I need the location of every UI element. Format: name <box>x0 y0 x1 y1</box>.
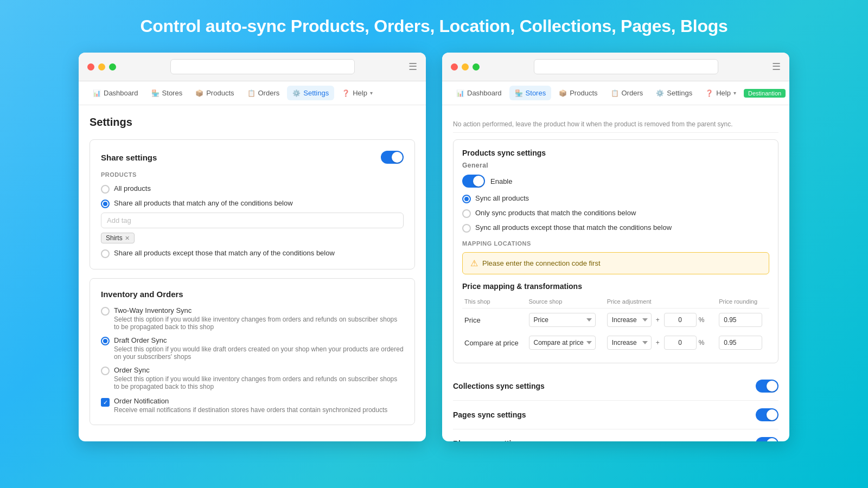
nav-label-stores-left: Stores <box>162 89 183 97</box>
compare-this-shop: Compare at price <box>462 331 527 354</box>
nav-label-orders-right: Orders <box>622 89 643 97</box>
two-way-sync-item[interactable]: Two-Way Inventory Sync Select this optio… <box>101 306 404 331</box>
order-notification-checkbox <box>101 398 110 407</box>
compare-rounding-input[interactable] <box>719 336 762 350</box>
col-this-shop: This shop <box>462 295 527 309</box>
settings-title: Settings <box>90 116 415 129</box>
tl-green-right[interactable] <box>473 63 480 70</box>
sync-all-products-item[interactable]: Sync all products <box>462 194 769 203</box>
inventory-radio-group: Two-Way Inventory Sync Select this optio… <box>101 306 404 390</box>
price-this-shop: Price <box>462 309 527 332</box>
blogs-sync-toggle[interactable] <box>756 437 778 441</box>
radio-all-products-label: All products <box>114 184 151 192</box>
compare-adjustment-value[interactable] <box>664 336 697 350</box>
sync-match-products-label: Only sync products that match the condit… <box>475 209 636 217</box>
help-icon-right: ❓ <box>705 89 713 97</box>
order-sync-item[interactable]: Order Sync Select this option if you wou… <box>101 366 404 390</box>
price-adjustment-value[interactable] <box>664 313 697 327</box>
products-icon-left: 📦 <box>195 89 203 97</box>
nav-item-dashboard-right[interactable]: 📊 Dashboard <box>451 86 507 100</box>
order-notification-text-wrap: Order Notification Receive email notific… <box>114 397 387 414</box>
left-nav-bar: 📊 Dashboard 🏪 Stores 📦 Products 📋 Orders… <box>79 81 426 105</box>
radio-match-products-label: Share all products that match any of the… <box>114 199 293 207</box>
pages-sync-row: Pages sync settings <box>453 401 778 429</box>
address-bar-left <box>170 59 355 74</box>
draft-order-sync-text-wrap: Draft Order Sync Select this option if y… <box>114 336 404 361</box>
tags-container: Shirts ✕ <box>101 233 404 243</box>
nav-item-settings-right[interactable]: ⚙️ Settings <box>650 86 698 100</box>
sync-all-products-circle <box>462 195 471 203</box>
collections-sync-row: Collections sync settings <box>453 372 778 401</box>
pages-sync-toggle[interactable] <box>756 408 778 421</box>
stores-icon-left: 🏪 <box>151 89 159 97</box>
tl-yellow-left[interactable] <box>98 63 105 70</box>
share-settings-header: Share settings <box>101 151 404 164</box>
compare-adjustment-cell: Increase Decrease + % <box>605 331 717 354</box>
nav-label-stores-right: Stores <box>526 89 546 97</box>
compare-rounding-cell <box>717 331 769 354</box>
nav-label-settings-left: Settings <box>303 89 329 97</box>
tl-red-right[interactable] <box>451 63 458 70</box>
two-way-sync-sub: Select this option if you would like inv… <box>114 316 404 331</box>
nav-item-orders-left[interactable]: 📋 Orders <box>242 86 285 100</box>
products-sync-section: Products sync settings General Enable Sy… <box>453 139 778 363</box>
price-adjustment-type-select[interactable]: Increase Decrease <box>607 313 652 327</box>
draft-order-sync-item[interactable]: Draft Order Sync Select this option if y… <box>101 336 404 361</box>
panels-row: ☰ 📊 Dashboard 🏪 Stores 📦 Products 📋 Orde… <box>22 53 846 441</box>
radio-match-products[interactable]: Share all products that match any of the… <box>101 199 404 208</box>
hamburger-left[interactable]: ☰ <box>409 61 417 73</box>
price-rounding-input[interactable] <box>719 313 762 327</box>
radio-all-products[interactable]: All products <box>101 184 404 194</box>
hamburger-right[interactable]: ☰ <box>772 61 781 73</box>
price-source-select[interactable]: Price Compare at price <box>529 313 596 327</box>
nav-item-help-right[interactable]: ❓ Help ▾ <box>700 86 742 100</box>
sync-match-products-item[interactable]: Only sync products that match the condit… <box>462 209 769 218</box>
compare-adjustment-type-select[interactable]: Increase Decrease <box>607 336 652 350</box>
tag-placeholder: Add tag <box>107 216 131 224</box>
alert-text: Please enter the connection code first <box>482 259 601 267</box>
inventory-orders-section: Inventory and Orders Two-Way Inventory S… <box>90 278 415 425</box>
nav-item-help-left[interactable]: ❓ Help ▾ <box>336 86 378 100</box>
order-notification-label: Order Notification <box>114 397 387 405</box>
right-window-chrome: ☰ <box>442 53 789 81</box>
products-radio-group: All products Share all products that mat… <box>101 184 404 208</box>
nav-item-products-left[interactable]: 📦 Products <box>190 86 239 100</box>
sync-except-products-item[interactable]: Sync all products except those that matc… <box>462 223 769 233</box>
help-chevron-left: ▾ <box>370 90 373 96</box>
traffic-lights-right <box>451 63 480 70</box>
radio-except-products-label: Share all products except those that mat… <box>114 249 335 257</box>
nav-item-stores-right[interactable]: 🏪 Stores <box>509 86 552 100</box>
col-source-shop: Source shop <box>527 295 605 309</box>
nav-item-dashboard-left[interactable]: 📊 Dashboard <box>87 86 144 100</box>
nav-item-orders-right[interactable]: 📋 Orders <box>605 86 649 100</box>
products-toggle[interactable] <box>381 151 404 164</box>
draft-order-sync-circle <box>101 337 110 345</box>
products-sync-title: Products sync settings <box>462 149 769 157</box>
compare-at-price-row: Compare at price Compare at price Price <box>462 331 769 354</box>
nav-item-stores-left[interactable]: 🏪 Stores <box>146 86 188 100</box>
tl-red-left[interactable] <box>87 63 94 70</box>
price-mapping-section: Price mapping & transformations This sho… <box>462 282 769 354</box>
blogs-sync-label: Blogs sync settings <box>453 439 525 441</box>
stores-icon-right: 🏪 <box>515 89 523 97</box>
enable-toggle[interactable] <box>462 175 485 188</box>
radio-except-products[interactable]: Share all products except those that mat… <box>101 249 404 258</box>
right-panel: ☰ 📊 Dashboard 🏪 Stores 📦 Products 📋 Orde… <box>442 53 789 441</box>
order-notification-item[interactable]: Order Notification Receive email notific… <box>101 397 404 414</box>
tag-input-wrap[interactable]: Add tag <box>101 213 404 228</box>
nav-item-products-right[interactable]: 📦 Products <box>553 86 603 100</box>
compare-source-select[interactable]: Compare at price Price <box>529 336 596 350</box>
alert-icon: ⚠ <box>470 258 478 268</box>
shirts-tag-remove[interactable]: ✕ <box>125 235 130 242</box>
radio-all-products-circle <box>101 185 110 194</box>
radio-except-products-circle <box>101 249 110 258</box>
orders-icon-right: 📋 <box>611 89 619 97</box>
products-sync-radio-group: Sync all products Only sync products tha… <box>462 194 769 233</box>
col-price-rounding: Price rounding <box>717 295 769 309</box>
left-panel: ☰ 📊 Dashboard 🏪 Stores 📦 Products 📋 Orde… <box>79 53 426 441</box>
nav-label-settings-right: Settings <box>667 89 692 97</box>
tl-green-left[interactable] <box>109 63 116 70</box>
tl-yellow-right[interactable] <box>462 63 469 70</box>
nav-item-settings-left[interactable]: ⚙️ Settings <box>287 86 334 100</box>
collections-sync-toggle[interactable] <box>756 380 778 393</box>
